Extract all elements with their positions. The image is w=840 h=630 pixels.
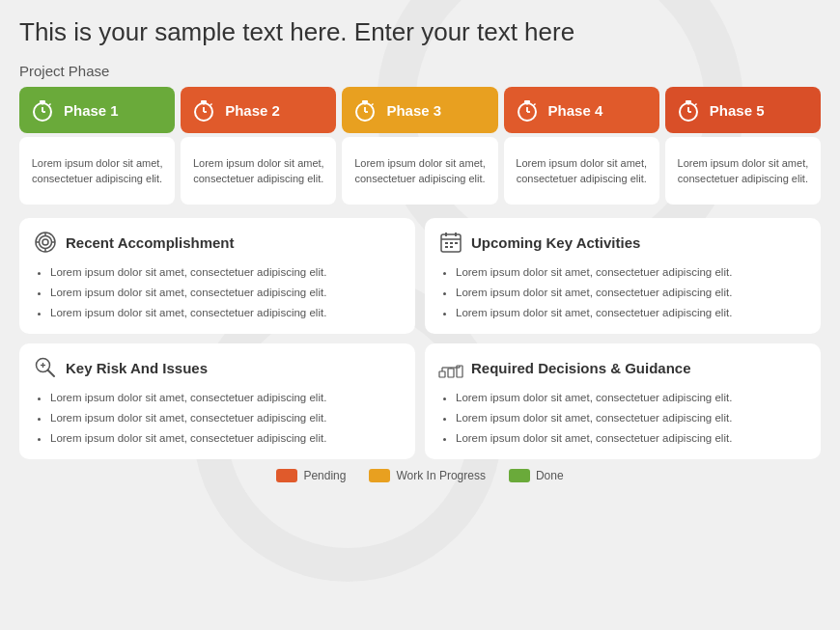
phase-3-label: Phase 3 (386, 102, 441, 119)
main-title: This is your sample text here. Enter you… (19, 17, 821, 47)
phase-1-col: Phase 1 Lorem ipsum dolor sit amet, cons… (19, 87, 175, 205)
svg-line-11 (210, 104, 212, 106)
phase-4-col: Phase 4 Lorem ipsum dolor sit amet, cons… (504, 87, 659, 205)
svg-rect-41 (445, 242, 448, 244)
phase-5-col: Phase 5 Lorem ipsum dolor sit amet, cons… (665, 87, 821, 205)
phase-4-label: Phase 4 (548, 102, 603, 119)
svg-rect-13 (362, 100, 368, 103)
phase-1-body: Lorem ipsum dolor sit amet, consectetuer… (19, 137, 175, 205)
svg-rect-43 (455, 242, 458, 244)
key-risk-card: Key Risk And Issues Lorem ipsum dolor si… (19, 343, 415, 459)
key-risk-list: Lorem ipsum dolor sit amet, consectetuer… (33, 388, 402, 448)
legend: Pending Work In Progress Done (19, 469, 821, 482)
upcoming-activities-card: Upcoming Key Activities Lorem ipsum dolo… (425, 218, 821, 334)
phase-3-col: Phase 3 Lorem ipsum dolor sit amet, cons… (342, 87, 497, 205)
svg-rect-7 (201, 100, 207, 103)
svg-line-29 (695, 104, 697, 106)
list-item: Lorem ipsum dolor sit amet, consectetuer… (456, 303, 807, 323)
phase-2-body: Lorem ipsum dolor sit amet, consectetuer… (181, 137, 336, 205)
svg-rect-1 (40, 100, 45, 103)
legend-done: Done (509, 469, 564, 482)
legend-pending: Pending (276, 469, 346, 482)
required-decisions-card: Required Decisions & Guidance Lorem ipsu… (425, 343, 821, 459)
bottom-grid: Recent Accomplishment Lorem ipsum dolor … (19, 218, 821, 459)
svg-point-32 (42, 239, 48, 245)
legend-wip-box (369, 469, 390, 482)
phases-row: Phase 1 Lorem ipsum dolor sit amet, cons… (19, 87, 821, 205)
team-icon (438, 355, 463, 380)
list-item: Lorem ipsum dolor sit amet, consectetuer… (50, 303, 402, 323)
required-decisions-title: Required Decisions & Guidance (471, 360, 691, 376)
phase-2-header: Phase 2 (181, 87, 336, 133)
list-item: Lorem ipsum dolor sit amet, consectetuer… (50, 408, 402, 428)
legend-pending-box (276, 469, 297, 482)
phase-5-label: Phase 5 (710, 102, 765, 119)
legend-wip: Work In Progress (369, 469, 485, 482)
list-item: Lorem ipsum dolor sit amet, consectetuer… (456, 262, 807, 283)
list-item: Lorem ipsum dolor sit amet, consectetuer… (50, 283, 402, 303)
timer-icon-4 (514, 96, 541, 123)
svg-rect-45 (450, 246, 453, 248)
calendar-icon (438, 230, 463, 255)
list-item: Lorem ipsum dolor sit amet, consectetuer… (456, 283, 807, 303)
svg-rect-19 (524, 100, 530, 103)
legend-done-label: Done (536, 469, 564, 482)
list-item: Lorem ipsum dolor sit amet, consectetuer… (456, 408, 807, 428)
list-item: Lorem ipsum dolor sit amet, consectetuer… (456, 388, 807, 408)
phase-4-header: Phase 4 (504, 87, 659, 133)
svg-rect-42 (450, 242, 453, 244)
list-item: Lorem ipsum dolor sit amet, consectetuer… (50, 262, 402, 283)
timer-icon-2 (190, 96, 217, 123)
upcoming-activities-header: Upcoming Key Activities (438, 230, 807, 255)
recent-accomplishment-card: Recent Accomplishment Lorem ipsum dolor … (19, 218, 415, 334)
svg-point-31 (40, 236, 52, 249)
target-icon (33, 230, 58, 255)
phase-2-col: Phase 2 Lorem ipsum dolor sit amet, cons… (181, 87, 336, 205)
svg-rect-50 (439, 371, 445, 377)
timer-icon-5 (675, 96, 702, 123)
svg-rect-44 (445, 246, 448, 248)
key-risk-header: Key Risk And Issues (33, 355, 402, 380)
phase-1-header: Phase 1 (19, 87, 175, 133)
recent-accomplishment-list: Lorem ipsum dolor sit amet, consectetuer… (33, 262, 402, 322)
legend-done-box (509, 469, 530, 482)
timer-icon-3 (351, 96, 378, 123)
timer-icon-1 (29, 96, 56, 123)
list-item: Lorem ipsum dolor sit amet, consectetuer… (50, 388, 402, 408)
phase-2-label: Phase 2 (225, 102, 280, 119)
legend-wip-label: Work In Progress (396, 469, 485, 482)
phase-4-body: Lorem ipsum dolor sit amet, consectetuer… (504, 137, 659, 205)
key-risk-title: Key Risk And Issues (66, 360, 208, 376)
svg-line-17 (372, 104, 374, 106)
required-decisions-list: Lorem ipsum dolor sit amet, consectetuer… (438, 388, 807, 448)
recent-accomplishment-title: Recent Accomplishment (66, 234, 235, 251)
svg-rect-25 (686, 100, 691, 103)
svg-line-47 (48, 370, 55, 377)
upcoming-activities-list: Lorem ipsum dolor sit amet, consectetuer… (438, 262, 807, 322)
svg-line-23 (534, 104, 536, 106)
phase-3-header: Phase 3 (342, 87, 497, 133)
phase-1-label: Phase 1 (64, 102, 119, 119)
recent-accomplishment-header: Recent Accomplishment (33, 230, 402, 255)
svg-line-5 (49, 104, 51, 106)
legend-pending-label: Pending (303, 469, 346, 482)
list-item: Lorem ipsum dolor sit amet, consectetuer… (456, 428, 807, 449)
section-label: Project Phase (19, 63, 821, 79)
phase-5-header: Phase 5 (665, 87, 821, 133)
search-magnify-icon (33, 355, 58, 380)
phase-3-body: Lorem ipsum dolor sit amet, consectetuer… (342, 137, 497, 205)
list-item: Lorem ipsum dolor sit amet, consectetuer… (50, 428, 402, 449)
upcoming-activities-title: Upcoming Key Activities (471, 234, 640, 251)
required-decisions-header: Required Decisions & Guidance (438, 355, 807, 380)
phase-5-body: Lorem ipsum dolor sit amet, consectetuer… (665, 137, 821, 205)
svg-rect-51 (448, 369, 454, 377)
